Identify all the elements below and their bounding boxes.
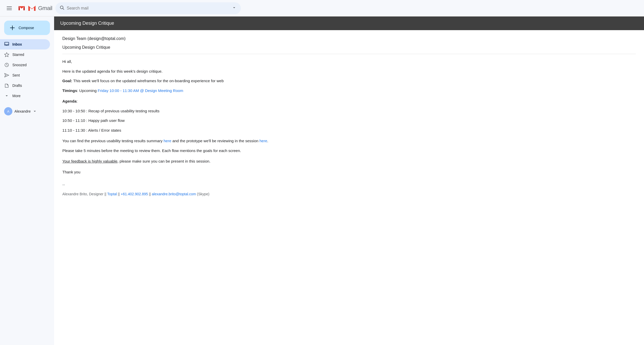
sidebar-item-more[interactable]: More [0,91,50,101]
email-agenda-header: Agenda: [62,98,636,105]
results-link-2[interactable]: here [259,139,267,143]
svg-marker-8 [5,53,9,57]
results-mid: and the prototype we'll be reviewing in … [171,139,259,143]
email-content: Hi all, Here is the updated agenda for t… [62,58,636,197]
sig-name: Alexandre Brito, Designer || [62,192,107,196]
sig-phone-link[interactable]: +61.402.902.895 [121,192,148,196]
search-icon [60,5,65,11]
agenda-item-1: 10:30 - 10:50 : Recap of previous usabil… [62,108,636,114]
more-label: More [12,94,46,98]
search-dropdown-icon[interactable] [232,5,237,11]
email-from: Design Team (design@toptal.com) [62,36,636,41]
email-dialog-title: Upcoming Design Critique [60,21,114,26]
email-dialog: Upcoming Design Critique Design Team (de… [54,16,644,345]
email-thank-you: Thank you [62,169,636,175]
main-layout: Compose Inbox Starred [0,16,644,345]
compose-button[interactable]: Compose [4,21,50,35]
sent-label: Sent [12,73,46,77]
timings-link[interactable]: Friday 10:00 - 11:30 AM @ Design Meeting… [98,88,183,93]
search-input[interactable] [67,6,230,11]
sidebar: Compose Inbox Starred [0,16,54,345]
email-body: Design Team (design@toptal.com) Upcoming… [54,30,644,345]
inbox-label: Inbox [12,42,46,46]
agenda-item-2: 10:50 - 11:10 : Happy path user flow [62,117,636,124]
timings-label: Timings [62,88,77,93]
email-overlay: Upcoming Design Critique Design Team (de… [54,16,644,345]
sidebar-item-drafts[interactable]: Drafts [0,80,50,91]
sig-email-pre: || [148,192,152,196]
feedback-post: , please make sure you can be present in… [117,159,210,163]
sidebar-item-inbox[interactable]: Inbox [0,39,50,49]
chevron-down-icon [4,93,9,98]
topbar: Gmail [0,0,644,16]
sig-company-link[interactable]: Toptal [107,192,117,196]
email-separator: -- [62,181,636,188]
main-content: Upcoming Design Critique Design Team (de… [54,16,644,345]
results-link-1[interactable]: here [164,139,171,143]
svg-line-11 [7,65,7,65]
email-feedback: Your feedback is highly valuable, please… [62,158,636,165]
email-review: Please take 5 minutes before the meeting… [62,147,636,154]
feedback-underline: Your feedback is highly valuable [62,159,117,163]
svg-line-4 [63,8,64,10]
email-signature: Alexandre Brito, Designer || Toptal || +… [62,191,636,197]
search-bar[interactable] [55,2,241,14]
sent-icon [4,73,9,78]
gmail-wordmark: Gmail [38,5,52,12]
user-profile[interactable]: A Alexandre [0,105,54,117]
sidebar-item-snoozed[interactable]: Snoozed [0,60,50,70]
snoozed-label: Snoozed [12,63,46,67]
email-timings: Timings: Upcoming Friday 10:00 - 11:30 A… [62,87,636,94]
user-name: Alexandre [14,109,31,113]
sidebar-item-starred[interactable]: Starred [0,49,50,60]
svg-rect-1 [7,8,12,9]
sig-skype: (Skype) [196,192,209,196]
goal-text: This week we'll focus on the updated wir… [72,79,224,83]
star-icon [4,52,9,57]
agenda-label: Agenda [62,99,77,103]
svg-rect-2 [7,10,12,10]
starred-label: Starred [12,53,46,57]
avatar: A [4,107,12,115]
results-post: . [267,139,268,143]
inbox-icon [4,42,9,47]
goal-label: Goal: [62,79,72,83]
email-intro: Here is the updated agenda for this week… [62,68,636,75]
email-subject: Upcoming Design Critique [62,45,636,54]
email-dialog-header: Upcoming Design Critique [54,16,644,30]
gmail-logo[interactable]: Gmail [18,3,52,13]
sig-email-link[interactable]: alexandre.brito@toptal.com [152,192,196,196]
sig-phone-pre: || [117,192,121,196]
timings-pre: : Upcoming [77,88,98,93]
drafts-icon [4,83,9,88]
svg-rect-0 [7,6,12,7]
user-dropdown-icon [33,109,37,113]
plus-icon [9,25,15,31]
email-greeting: Hi all, [62,58,636,65]
menu-icon[interactable] [4,3,14,13]
clock-icon [4,62,9,68]
email-results: You can find the previous usability test… [62,138,636,144]
agenda-item-3: 11:10 - 11:30 : Alerts / Error states [62,127,636,134]
sidebar-item-sent[interactable]: Sent [0,70,50,80]
drafts-label: Drafts [12,83,46,88]
results-pre: You can find the previous usability test… [62,139,164,143]
email-goal: Goal: This week we'll focus on the updat… [62,78,636,84]
compose-label: Compose [19,26,34,30]
